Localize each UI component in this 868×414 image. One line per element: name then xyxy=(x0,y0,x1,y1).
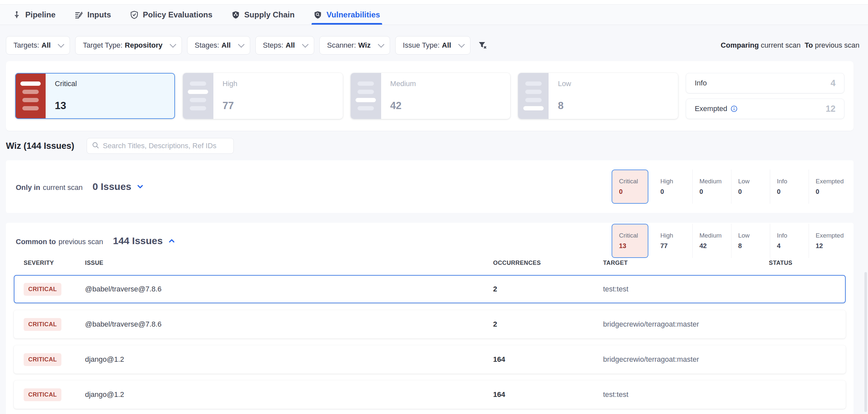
severity-label: Critical xyxy=(55,80,166,88)
severity-count: 13 xyxy=(55,100,166,112)
only-current-severity-counts: Critical 0 High 0 Medium 0 Low 0 Info 0 … xyxy=(612,170,850,204)
tab-pipeline[interactable]: Pipeline xyxy=(12,5,56,25)
count-label: High xyxy=(660,232,686,239)
severity-card-critical[interactable]: Critical 13 xyxy=(15,73,175,119)
severity-count: 8 xyxy=(558,100,669,112)
issue-cell: django@1.2 xyxy=(85,355,493,364)
count-value: 77 xyxy=(660,242,686,250)
only-current-scan-toggle[interactable]: Only in current scan 0 Issues xyxy=(6,181,145,192)
count-high[interactable]: High 0 xyxy=(654,170,692,204)
filter-label: Scanner: xyxy=(327,41,356,50)
severity-card-high[interactable]: High 77 xyxy=(183,73,343,119)
count-low[interactable]: Low 8 xyxy=(731,224,770,258)
occurrences-cell: 164 xyxy=(493,355,603,364)
secondary-severity-cards: Info 4 Exempted 12 xyxy=(686,73,844,119)
filter-steps[interactable]: Steps: All xyxy=(255,36,314,55)
chevron-down-icon xyxy=(378,41,384,48)
count-label: Info xyxy=(777,178,802,185)
count-label: High xyxy=(660,178,686,185)
column-header-issue: ISSUE xyxy=(85,260,493,266)
filter-label: Stages: xyxy=(195,41,219,50)
count-label: Critical xyxy=(619,178,641,185)
severity-count: 4 xyxy=(831,78,836,88)
tab-label: Supply Chain xyxy=(244,10,294,20)
issue-search-box[interactable] xyxy=(87,138,234,154)
column-header-status: STATUS xyxy=(769,260,846,266)
common-previous-severity-counts: Critical 13 High 77 Medium 42 Low 8 Info… xyxy=(612,224,850,258)
count-label: Exempted xyxy=(815,232,844,239)
search-input[interactable] xyxy=(103,142,229,150)
clear-filters-icon[interactable] xyxy=(478,40,488,50)
severity-badge: CRITICAL xyxy=(24,318,61,331)
info-circle-icon[interactable] xyxy=(731,105,738,112)
filter-scanner[interactable]: Scanner: Wiz xyxy=(319,36,390,55)
common-previous-scan-toggle[interactable]: Common to previous scan 144 Issues xyxy=(6,235,176,246)
filter-value: All xyxy=(222,41,231,50)
tab-vulnerabilities[interactable]: Vulnerabilities xyxy=(313,5,380,25)
tab-inputs[interactable]: Inputs xyxy=(74,5,111,25)
column-header-target: TARGET xyxy=(603,260,769,266)
count-value: 0 xyxy=(660,188,686,196)
severity-summary-panel: Critical 13 High 77 Medium 42 Low 8 I xyxy=(6,61,854,131)
severity-card-info[interactable]: Info 4 xyxy=(686,73,844,93)
severity-card-exempted[interactable]: Exempted 12 xyxy=(686,98,844,119)
search-icon xyxy=(92,141,99,150)
filter-issue-type[interactable]: Issue Type: All xyxy=(395,36,470,55)
tab-label: Vulnerabilities xyxy=(326,10,380,20)
severity-count: 77 xyxy=(223,100,334,112)
chevron-up-icon[interactable] xyxy=(167,237,176,245)
section-title-bold: Common to xyxy=(16,238,56,246)
count-info[interactable]: Info 0 xyxy=(770,170,809,204)
severity-high-icon xyxy=(183,73,213,119)
count-medium[interactable]: Medium 0 xyxy=(692,170,731,204)
chevron-down-icon[interactable] xyxy=(136,182,145,191)
count-info[interactable]: Info 4 xyxy=(770,224,809,258)
filter-stages[interactable]: Stages: All xyxy=(187,36,250,55)
severity-label: Medium xyxy=(390,80,501,88)
count-value: 42 xyxy=(699,242,724,250)
count-low[interactable]: Low 0 xyxy=(731,170,770,204)
comparison-info: Comparing current scan To previous scan xyxy=(721,41,862,50)
count-medium[interactable]: Medium 42 xyxy=(692,224,731,258)
scanner-heading: Wiz (144 Issues) xyxy=(6,141,74,151)
count-value: 0 xyxy=(777,188,802,196)
severity-badge: CRITICAL xyxy=(24,283,61,296)
table-row[interactable]: CRITICAL django@1.2 164 bridgecrewio/ter… xyxy=(14,345,846,374)
count-label: Critical xyxy=(619,232,641,239)
count-critical[interactable]: Critical 0 xyxy=(612,170,648,204)
tab-label: Policy Evaluations xyxy=(143,10,212,20)
filter-value: Wiz xyxy=(358,41,371,50)
tab-policy-evaluations[interactable]: Policy Evaluations xyxy=(130,5,212,25)
comparing-current-scan: current scan xyxy=(761,41,801,49)
table-row[interactable]: CRITICAL @babel/traverse@7.8.6 2 test:te… xyxy=(14,275,846,303)
occurrences-cell: 2 xyxy=(493,320,603,329)
severity-badge: CRITICAL xyxy=(24,388,61,401)
shield-nodes-icon xyxy=(231,10,240,19)
count-critical[interactable]: Critical 13 xyxy=(612,224,648,258)
window-top-strip xyxy=(0,0,868,5)
vertical-scrollbar[interactable] xyxy=(864,272,867,412)
count-label: Exempted xyxy=(815,178,844,185)
count-high[interactable]: High 77 xyxy=(654,224,692,258)
count-value: 0 xyxy=(619,188,641,196)
count-value: 8 xyxy=(738,242,763,250)
filter-targets[interactable]: Targets: All xyxy=(6,36,70,55)
table-row[interactable]: CRITICAL @babel/traverse@7.8.6 2 bridgec… xyxy=(14,310,846,338)
count-exempted[interactable]: Exempted 12 xyxy=(809,224,850,258)
severity-medium-icon xyxy=(351,73,381,119)
table-row[interactable]: CRITICAL django@1.2 164 test:test xyxy=(14,381,846,409)
count-exempted[interactable]: Exempted 0 xyxy=(809,170,850,204)
count-value: 0 xyxy=(699,188,724,196)
filter-label: Steps: xyxy=(263,41,283,50)
scanner-section-header: Wiz (144 Issues) xyxy=(6,138,862,154)
severity-badge: CRITICAL xyxy=(24,353,61,366)
severity-card-low[interactable]: Low 8 xyxy=(518,73,678,119)
filter-target-type[interactable]: Target Type: Repository xyxy=(75,36,182,55)
section-title-rest: current scan xyxy=(43,183,83,192)
tab-supply-chain[interactable]: Supply Chain xyxy=(231,5,294,25)
count-label: Medium xyxy=(699,178,724,185)
severity-card-medium[interactable]: Medium 42 xyxy=(351,73,510,119)
shield-search-icon xyxy=(313,10,322,19)
filter-label: Issue Type: xyxy=(403,41,440,50)
severity-label: Low xyxy=(558,80,669,88)
